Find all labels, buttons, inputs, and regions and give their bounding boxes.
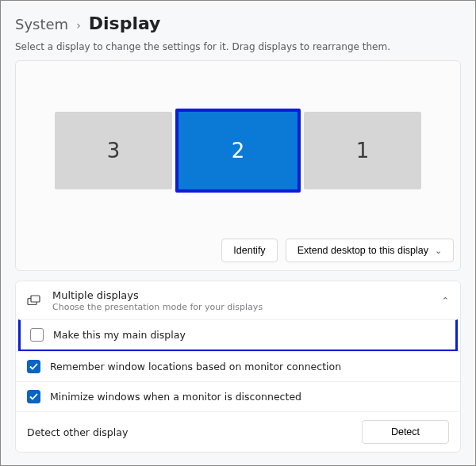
- svg-rect-1: [31, 296, 40, 302]
- display-mode-value: Extend desktop to this display: [298, 245, 428, 256]
- breadcrumb: System › Display: [15, 13, 461, 33]
- main-display-row[interactable]: Make this my main display: [18, 319, 458, 352]
- display-mode-dropdown[interactable]: Extend desktop to this display ⌄: [286, 239, 454, 262]
- main-display-label: Make this my main display: [53, 329, 186, 341]
- chevron-down-icon: ⌄: [435, 246, 442, 256]
- multiple-displays-subtitle: Choose the presentation mode for your di…: [52, 302, 263, 312]
- multiple-displays-icon: [27, 294, 41, 308]
- arrange-instruction: Select a display to change the settings …: [15, 41, 461, 52]
- detect-label: Detect other display: [27, 426, 128, 438]
- remember-locations-row[interactable]: Remember window locations based on monit…: [16, 351, 460, 381]
- multiple-displays-header[interactable]: Multiple displays Choose the presentatio…: [16, 281, 460, 320]
- multiple-displays-section: Multiple displays Choose the presentatio…: [15, 281, 461, 453]
- chevron-right-icon: ›: [76, 19, 81, 32]
- monitor-canvas[interactable]: 3 2 1: [22, 67, 454, 234]
- remember-locations-label: Remember window locations based on monit…: [50, 361, 341, 372]
- main-display-checkbox[interactable]: [30, 328, 44, 342]
- minimize-disconnect-row[interactable]: Minimize windows when a monitor is disco…: [16, 381, 460, 411]
- display-arrangement-panel: 3 2 1 Identify Extend desktop to this di…: [15, 60, 461, 271]
- identify-button[interactable]: Identify: [221, 239, 277, 262]
- remember-locations-checkbox[interactable]: [27, 360, 40, 373]
- page-title: Display: [89, 13, 161, 33]
- minimize-disconnect-label: Minimize windows when a monitor is disco…: [50, 391, 301, 403]
- detect-row: Detect other display Detect: [16, 411, 460, 452]
- multiple-displays-title: Multiple displays: [52, 289, 263, 301]
- minimize-disconnect-checkbox[interactable]: [27, 390, 40, 403]
- monitor-2-selected[interactable]: 2: [175, 109, 301, 193]
- detect-button[interactable]: Detect: [362, 420, 449, 444]
- monitor-1[interactable]: 1: [304, 112, 421, 189]
- chevron-up-icon: ⌃: [442, 296, 449, 306]
- breadcrumb-parent[interactable]: System: [15, 16, 68, 32]
- monitor-3[interactable]: 3: [55, 112, 172, 189]
